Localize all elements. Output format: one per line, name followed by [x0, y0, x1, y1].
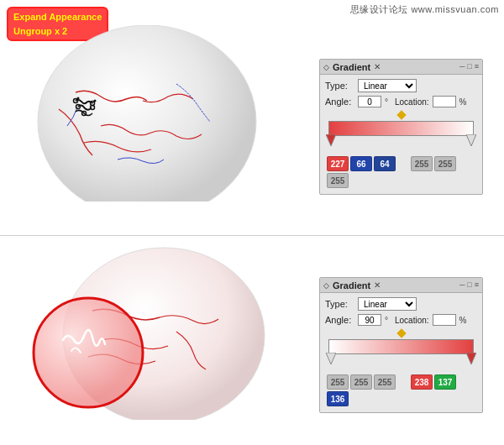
panel-close-bottom[interactable]: ✕	[374, 280, 381, 290]
eyeball-bottom-area	[8, 243, 286, 420]
type-label-bottom: Type:	[325, 299, 354, 309]
panel-body-top: Type: Linear Radial Angle: ° Location: %	[320, 75, 482, 194]
gradient-bar-container-bottom	[325, 329, 477, 371]
svg-marker-13	[466, 134, 476, 146]
swatch-b1-top[interactable]: 64	[374, 156, 396, 171]
gradient-bar-bottom[interactable]	[328, 339, 474, 354]
panel-titlebar-top: ◇ Gradient ✕ ─ □ ≡	[320, 60, 482, 75]
location-input-bottom[interactable]	[433, 314, 456, 326]
type-row-top: Type: Linear Radial	[325, 79, 477, 92]
swatch-b2-bottom[interactable]: 136	[327, 391, 349, 406]
panel-minimize-top[interactable]: ─	[459, 63, 465, 71]
color-swatch-row-bottom: 255 255 255 238 137 136	[327, 374, 475, 406]
eyeball-top-svg	[8, 25, 286, 202]
panel-title-left-bottom: ◇ Gradient ✕	[323, 280, 381, 291]
swatch-b1-bottom[interactable]: 255	[374, 374, 396, 390]
angle-input-bottom[interactable]	[358, 314, 381, 326]
panel-close-top[interactable]: ✕	[374, 62, 381, 71]
swatch-g1-top[interactable]: 66	[350, 156, 372, 171]
type-row-bottom: Type: Linear Radial	[325, 297, 477, 311]
color-swatch-row-top: 227 66 64 255 255 255	[327, 156, 475, 188]
eyeball-top-area	[8, 25, 286, 202]
stop-right-bottom[interactable]	[466, 353, 476, 366]
panel-controls-bottom: ─ □ ≡	[459, 281, 479, 289]
stop-left-top[interactable]	[326, 134, 336, 148]
location-label-top: Location:	[395, 97, 429, 107]
panel-minimize-bottom[interactable]: ─	[459, 281, 465, 289]
svg-point-0	[38, 25, 256, 202]
svg-marker-14	[326, 353, 336, 364]
degree-sym-bottom: °	[385, 316, 388, 325]
gradient-panel-top: ◇ Gradient ✕ ─ □ ≡ Type: Linear Radial A…	[319, 59, 483, 195]
panel-title-top: Gradient	[333, 62, 370, 72]
angle-label-bottom: Angle:	[325, 315, 354, 325]
panel-title-bottom: Gradient	[333, 280, 370, 291]
watermark: 思缘设计论坛 www.missvuan.com	[350, 3, 499, 16]
panel-controls-top: ─ □ ≡	[459, 63, 479, 71]
gradient-bar-top[interactable]	[328, 121, 474, 136]
panel-title-left-top: ◇ Gradient ✕	[323, 62, 381, 72]
stop-left-bottom[interactable]	[326, 353, 336, 366]
swatch-g1-bottom[interactable]: 255	[350, 374, 372, 390]
svg-point-8	[94, 100, 97, 102]
gradient-midpoint-top[interactable]	[396, 110, 406, 119]
percent-sym-top: %	[459, 97, 467, 107]
panel-diamond-icon-bottom: ◇	[323, 281, 329, 290]
gradient-panel-bottom: ◇ Gradient ✕ ─ □ ≡ Type: Linear Radial A…	[319, 277, 483, 413]
type-select-bottom[interactable]: Linear Radial	[358, 297, 417, 311]
type-select-top[interactable]: Linear Radial	[358, 79, 417, 92]
panel-body-bottom: Type: Linear Radial Angle: ° Location: %	[320, 293, 482, 412]
type-label-top: Type:	[325, 81, 354, 91]
gradient-bar-container-top	[325, 111, 477, 153]
eyeball-bottom-svg	[8, 243, 286, 420]
swatch-r1-top[interactable]: 227	[327, 156, 349, 171]
svg-point-11	[34, 298, 143, 407]
section-divider	[0, 235, 504, 236]
location-input-top[interactable]	[433, 96, 456, 107]
swatch-b2-top[interactable]: 255	[327, 173, 349, 188]
svg-point-9	[77, 97, 80, 100]
angle-row-top: Angle: ° Location: %	[325, 96, 477, 107]
stop-right-top[interactable]	[466, 134, 476, 148]
degree-sym-top: °	[385, 97, 388, 107]
swatch-r1-bottom[interactable]: 255	[327, 374, 349, 390]
angle-row-bottom: Angle: ° Location: %	[325, 314, 477, 326]
location-label-bottom: Location:	[395, 316, 429, 325]
panel-titlebar-bottom: ◇ Gradient ✕ ─ □ ≡	[320, 278, 482, 293]
svg-marker-12	[326, 134, 336, 146]
svg-marker-15	[466, 353, 476, 364]
panel-expand-top[interactable]: □	[467, 63, 471, 71]
panel-menu-top[interactable]: ≡	[475, 63, 479, 71]
swatch-g2-bottom[interactable]: 137	[434, 374, 456, 390]
panel-menu-bottom[interactable]: ≡	[475, 281, 479, 289]
swatch-g2-top[interactable]: 255	[434, 156, 456, 171]
angle-label-top: Angle:	[325, 97, 354, 107]
angle-input-top[interactable]	[358, 96, 381, 107]
swatch-r2-top[interactable]: 255	[411, 156, 433, 171]
gradient-midpoint-bottom[interactable]	[396, 328, 406, 338]
percent-sym-bottom: %	[459, 316, 467, 325]
panel-expand-bottom[interactable]: □	[467, 281, 471, 289]
panel-diamond-icon-top: ◇	[323, 63, 329, 71]
expand-appearance-label: Expand Appearance	[13, 10, 102, 24]
swatch-r2-bottom[interactable]: 238	[411, 374, 433, 390]
